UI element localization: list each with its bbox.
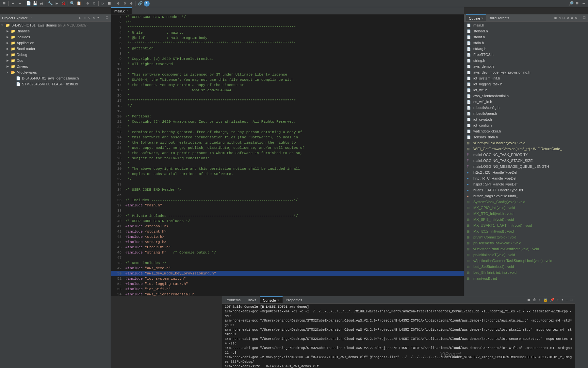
outline-item-string-h[interactable]: 📄 string.h [464, 58, 588, 63]
outline-item-sysclock[interactable]: ⊞ SystemClock_Config(void) : void [464, 199, 588, 205]
outline-item-vdev-print[interactable]: ⊞ vDevModePrintDevCertificate(void) : vo… [464, 246, 588, 252]
toolbar-icon-more[interactable]: ⚙ [115, 1, 121, 7]
outline-icon-3[interactable]: ⊟ [562, 15, 565, 20]
outline-item-iot-system-h[interactable]: 📄 iot_system_init.h [464, 75, 588, 81]
tab-main-c-close[interactable]: × [126, 9, 128, 13]
outline-item-es-wifi-h[interactable]: 📄 es_wifi_io.h [464, 99, 588, 105]
toolbar-icon-play[interactable]: ▷ [100, 1, 106, 7]
global-search-icon[interactable]: 🔎 [568, 1, 574, 6]
outline-icon-6[interactable]: ⚙ [574, 15, 578, 20]
toolbar-icon-print[interactable]: 🖨 [39, 1, 44, 7]
toolbar-icon-new[interactable]: 📄 [25, 1, 31, 7]
tree-item-middlewares[interactable]: ▾ 📂 Middlewares [0, 69, 111, 75]
outline-item-xport-func[interactable]: ⊞ xPortSysTickHandler(void) : void [464, 140, 588, 146]
outline-item-stdio-h[interactable]: 📄 stdio.h [464, 40, 588, 46]
tree-item-drivers[interactable]: ▶ 📁 Drivers [0, 63, 111, 69]
toolbar-icon-build[interactable]: 🔧 [47, 1, 53, 7]
tab-problems[interactable]: Problems [222, 296, 244, 303]
console-scroll-lock-icon[interactable]: 🔒 [543, 297, 548, 302]
outline-minimize[interactable]: — [579, 15, 582, 20]
tab-outline[interactable]: Outline × [466, 14, 486, 21]
outline-item-mx-gpio[interactable]: ⊞ MX_GPIO_Init(void) : void [464, 205, 588, 211]
toolbar-icon-minimize[interactable]: — [581, 1, 587, 7]
minimize-panel-icon[interactable]: — [101, 15, 105, 20]
outline-item-logging-priority[interactable]: # mainLOGGING_TASK_PRIORITY [464, 152, 588, 158]
toolbar-icon-stop[interactable]: ⏹ [106, 1, 112, 7]
tree-item-bootloader[interactable]: ▶ 📁 BootLoader [0, 46, 111, 52]
outline-item-aws-demo-h[interactable]: 📄 aws_demo.h [464, 63, 588, 69]
outline-item-stdint-h[interactable]: 📄 stdint.h [464, 34, 588, 40]
toolbar-icon-more2[interactable]: ⚙ [122, 1, 128, 7]
outline-item-logging-queue[interactable]: # mainLOGGING_MESSAGE_QUEUE_LENGTH [464, 164, 588, 169]
outline-item-prv-init-iot[interactable]: ⊞ prvInitializeIoT(void) : void [464, 252, 588, 258]
console-pin-icon[interactable]: 📌 [549, 297, 555, 302]
outline-item-sensors-h[interactable]: 📄 sensors_data.h [464, 134, 588, 140]
console-scroll-icon[interactable]: ⬇ [538, 297, 542, 302]
info-icon[interactable]: i [144, 1, 150, 7]
tree-item-debug[interactable]: ▶ 📁 Debug [0, 52, 111, 58]
tree-item-ld-file[interactable]: 📄 STM32L4S5VITX_FLASH_sbsfu.ld [0, 81, 111, 87]
editor-content[interactable]: 1 /* USER CODE BEGIN Header */ 2 /** 3 *… [111, 14, 464, 296]
tab-outline-close[interactable]: × [482, 16, 483, 20]
outline-item-main-h[interactable]: 📄 main.h [464, 22, 588, 28]
outline-item-logging-stack[interactable]: # mainLOGGING_TASK_STACK_SIZE [464, 158, 588, 164]
toolbar-icon-settings[interactable]: ⚙ [85, 1, 90, 7]
toolbar-icon-run[interactable]: ▶ [54, 1, 60, 7]
outline-item-prv-wifi[interactable]: ⊞ prvWifiConnect(void) : void [464, 234, 588, 240]
outline-item-stdarg-h[interactable]: 📄 stdarg.h [464, 46, 588, 52]
toolbar-icon-debug[interactable]: 🐞 [60, 1, 66, 7]
outline-item-stdbool-h[interactable]: 📄 stdbool.h [464, 28, 588, 34]
tab-main-c[interactable]: main.c × [111, 7, 132, 14]
console-maximize-icon[interactable]: □ [569, 298, 573, 302]
console-minimize-icon[interactable]: — [565, 298, 569, 302]
outline-item-button-flags[interactable]: ● button_flags : volatile uint8_ [464, 193, 588, 199]
outline-item-hrtc[interactable]: ● hrtc : RTC_HandleTypeDef [464, 175, 588, 181]
outline-item-vapplication[interactable]: ⊞ vApplicationDaemonTaskStartupHook(void… [464, 258, 588, 264]
outline-item-hi2c2[interactable]: ● hi2c2 : I2C_HandleTypeDef [464, 169, 588, 175]
outline-item-led-blink[interactable]: ⊞ Led_Blink(int, int, int) : void [464, 270, 588, 275]
tab-console[interactable]: Console × [260, 296, 283, 303]
collapse-all-icon[interactable]: ⊟ [79, 15, 82, 20]
outline-item-watchdog-h[interactable]: 📄 watchdogkicker.h [464, 128, 588, 134]
outline-item-iot-crypto-h[interactable]: 📄 iot_crypto.h [464, 116, 588, 122]
filter-icon[interactable]: ▽ [88, 15, 91, 20]
outline-item-iot-config-h[interactable]: 📄 iot_config.h [464, 122, 588, 128]
toolbar-icon-2[interactable]: ↩ [10, 1, 16, 7]
tree-item-doc[interactable]: ▶ 📁 Doc [0, 58, 111, 63]
outline-item-mx-usart[interactable]: ⊞ MX_USART1_UART_Init(void) : void [464, 222, 588, 228]
outline-item-prv-telemetry[interactable]: ⊞ prvTelemetryTask(void*) : void [464, 240, 588, 246]
outline-item-wifi-fw-func[interactable]: ⊞ WiFI_GetFirmwareVersion(uint8_t*) : WI… [464, 146, 588, 152]
outline-icon-5[interactable]: ⚙ [570, 15, 574, 20]
outline-item-mx-rtc[interactable]: ⊞ MX_RTC_Init(void) : void [464, 211, 588, 217]
outline-item-mx-i2c2[interactable]: ⊞ MX_I2C2_Init(void) : void [464, 228, 588, 234]
link-editor-icon[interactable]: ⇔ [83, 15, 87, 20]
toolbar-icon-ref[interactable]: 📋 [76, 1, 82, 7]
toolbar-icon-more3[interactable]: ⚙ [128, 1, 134, 7]
outline-item-iot-logging-h[interactable]: 📄 iot_logging_task.h [464, 81, 588, 87]
tree-item-project-root[interactable]: ▾ 📁 B-L4S5I-IOT01_aws_demos (in STM32Cub… [0, 22, 111, 28]
toolbar-icon-link[interactable]: 🔗 [137, 1, 143, 7]
outline-item-huart1[interactable]: ● huart1 : UART_HandleTypeDef [464, 187, 588, 193]
toolbar-icon-save[interactable]: 💾 [32, 1, 38, 7]
toolbar-icon-3[interactable]: ↪ [17, 1, 23, 7]
project-explorer-close[interactable]: × [30, 16, 32, 20]
outline-maximize[interactable]: □ [582, 15, 586, 20]
console-clear-icon[interactable]: 🗑 [532, 297, 537, 302]
outline-item-mx-spi3[interactable]: ⊞ MX_SPI3_Init(void) : void [464, 217, 588, 222]
outline-item-mbedtls-pem-h[interactable]: 📄 mbedtls/pem.h [464, 111, 588, 116]
toolbar-icon-1[interactable]: ⊞ [1, 1, 7, 7]
tree-item-application[interactable]: ▶ 📁 Application [0, 40, 111, 46]
view-menu-icon[interactable]: ▾ [96, 15, 100, 20]
tab-build-targets[interactable]: Build Targets [486, 14, 512, 21]
outline-icon-1[interactable]: ▣ [554, 15, 557, 20]
tree-item-launch-file[interactable]: 📄 B-L4S5I-IOT01_aws_demos.launch [0, 75, 111, 81]
tab-tasks[interactable]: Tasks [244, 296, 259, 303]
outline-item-mbedtls-config-h[interactable]: 📄 mbedtls/config.h [464, 105, 588, 111]
outline-item-aws-dev-mode-h[interactable]: 📄 aws_dev_mode_key_provisioning.h [464, 69, 588, 75]
tree-item-binaries[interactable]: ▶ 📁 Binaries [0, 28, 111, 34]
console-new-icon[interactable]: + [556, 298, 560, 302]
outline-icon-2[interactable]: ↻ [558, 15, 562, 20]
tree-item-includes[interactable]: ▶ 📁 Includes [0, 34, 111, 40]
tab-console-close[interactable]: × [277, 298, 279, 302]
sync-icon[interactable]: ↻ [92, 15, 96, 20]
